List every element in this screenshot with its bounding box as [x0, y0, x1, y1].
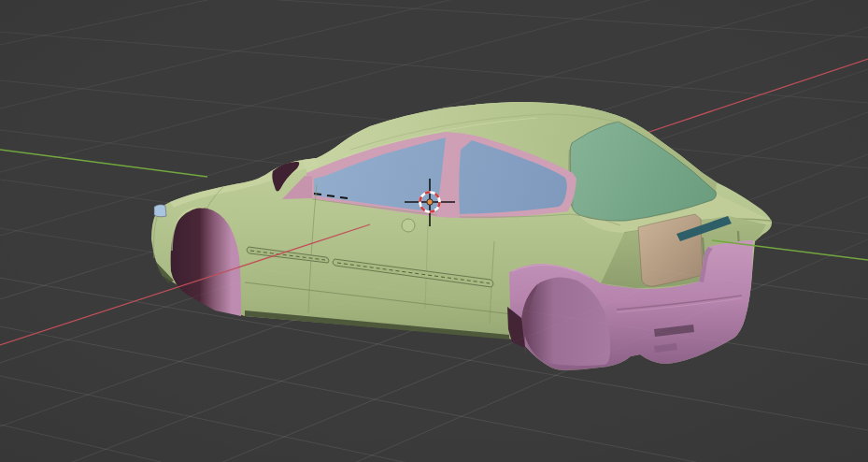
- viewport-vignette: [0, 0, 868, 462]
- viewport-canvas[interactable]: [0, 0, 868, 462]
- blender-3d-viewport[interactable]: [0, 0, 868, 462]
